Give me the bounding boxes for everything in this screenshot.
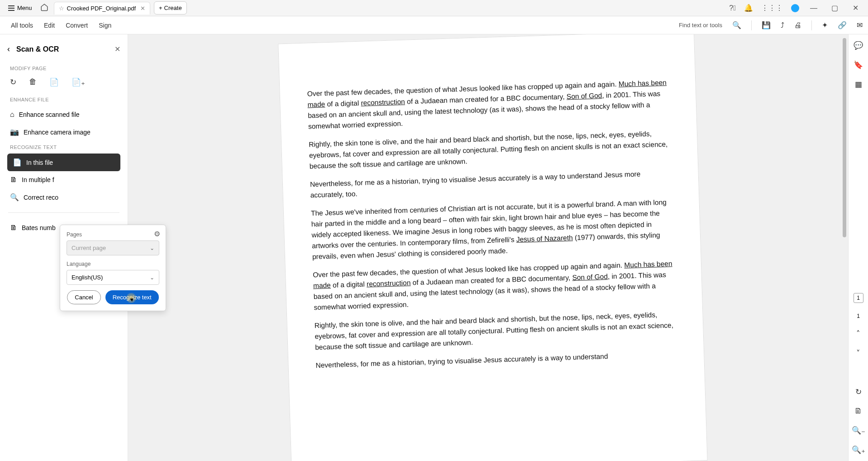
- chat-icon[interactable]: 💬: [854, 41, 863, 50]
- back-icon[interactable]: ‹: [7, 44, 10, 54]
- paragraph: Rightly, the skin tone is olive, and the…: [308, 128, 670, 172]
- window-close-button[interactable]: ✕: [849, 4, 862, 12]
- pages-label: Pages: [67, 231, 159, 238]
- document-area[interactable]: Over the past few decades, the question …: [128, 34, 848, 461]
- star-icon[interactable]: ☆: [59, 5, 64, 12]
- hamburger-icon: [8, 5, 14, 11]
- paragraph: The Jesus we've inherited from centuries…: [310, 197, 673, 262]
- pages-value: Current page: [72, 245, 106, 251]
- convert-tab[interactable]: Convert: [60, 17, 93, 34]
- create-label: Create: [164, 5, 182, 11]
- document-tab[interactable]: ☆ Crooked PDF_Original.pdf ✕: [54, 2, 150, 14]
- popover-buttons: Cancel Recognize text: [67, 290, 159, 304]
- titlebar: Menu ☆ Crooked PDF_Original.pdf ✕ + Crea…: [0, 0, 868, 16]
- modify-icons: ↻ 🗑 📄 📄₊: [0, 75, 128, 93]
- language-value: English(US): [72, 274, 103, 281]
- page-display-icon[interactable]: 🗎: [854, 407, 862, 416]
- menu-label: Menu: [17, 5, 32, 11]
- main: ‹ Scan & OCR ✕ MODIFY PAGE ↻ 🗑 📄 📄₊ ENHA…: [0, 34, 868, 461]
- page-indicator[interactable]: 1: [854, 293, 863, 303]
- correct-recognized-button[interactable]: 🔍 Correct reco: [0, 188, 128, 206]
- correct-reco-label: Correct reco: [24, 194, 58, 201]
- camera-icon: 📷: [10, 128, 19, 136]
- page-total: 1: [857, 313, 860, 319]
- enhance-scanned-label: Enhance scanned file: [19, 111, 80, 118]
- tab-title: Crooked PDF_Original.pdf: [67, 5, 136, 12]
- print-icon[interactable]: 🖨: [794, 21, 801, 29]
- maximize-button[interactable]: ▢: [828, 4, 841, 12]
- files-icon: 🗎: [10, 176, 17, 184]
- recognize-text-button[interactable]: Recognize text: [105, 290, 159, 304]
- upload-icon[interactable]: ⤴: [781, 21, 784, 29]
- down-icon[interactable]: ˅: [856, 349, 860, 358]
- zoom-in-icon[interactable]: 🔍₊: [852, 445, 865, 455]
- in-multiple-files-button[interactable]: 🗎 In multiple f: [0, 171, 128, 188]
- create-button[interactable]: + Create: [154, 1, 187, 14]
- enhance-scanned-button[interactable]: ⌂ Enhance scanned file: [0, 106, 128, 123]
- panels-icon[interactable]: ▦: [855, 80, 862, 89]
- email-icon[interactable]: ✉: [857, 21, 863, 29]
- paragraph: Nevertheless, for me as a historian, try…: [310, 168, 671, 201]
- notification-icon[interactable]: 🔔: [744, 4, 753, 12]
- minimize-button[interactable]: —: [807, 4, 820, 12]
- language-select[interactable]: English(US) ⌄: [67, 270, 159, 285]
- divider: [811, 20, 812, 30]
- apps-icon[interactable]: ⋮⋮⋮: [761, 4, 783, 12]
- link-icon[interactable]: 🔗: [838, 21, 847, 29]
- save-icon[interactable]: 💾: [762, 21, 771, 29]
- left-panel: ‹ Scan & OCR ✕ MODIFY PAGE ↻ 🗑 📄 📄₊ ENHA…: [0, 34, 128, 461]
- rotate-view-icon[interactable]: ↻: [855, 387, 862, 397]
- recognize-text-popover: ⚙ Pages Current page ⌄ Language English(…: [60, 225, 166, 311]
- divider: [8, 212, 119, 213]
- scan-icon: ⌂: [10, 110, 14, 119]
- section-recognize-label: RECOGNIZE TEXT: [0, 141, 128, 154]
- find-label: Find text or tools: [679, 22, 722, 29]
- paragraph: Over the past few decades, the question …: [312, 258, 675, 313]
- paragraph: Over the past few decades, the question …: [307, 77, 669, 132]
- divider: [751, 20, 752, 30]
- titlebar-right: ?⃝ 🔔 ⋮⋮⋮ — ▢ ✕: [729, 4, 864, 12]
- toolbar-right: Find text or tools 🔍 💾 ⤴ 🖨 ✦ 🔗 ✉: [679, 20, 863, 30]
- bookmark-icon[interactable]: 🔖: [854, 60, 863, 70]
- enhance-camera-button[interactable]: 📷 Enhance camera image: [0, 123, 128, 141]
- panel-header: ‹ Scan & OCR ✕: [0, 40, 128, 62]
- gear-icon[interactable]: ⚙: [154, 230, 160, 238]
- search-icon[interactable]: 🔍: [732, 21, 741, 29]
- rotate-icon[interactable]: ↻: [10, 77, 16, 87]
- home-button[interactable]: [37, 0, 52, 16]
- section-modify-label: MODIFY PAGE: [0, 62, 128, 75]
- in-this-file-label: In this file: [26, 159, 53, 166]
- bates-icon: 🗎: [10, 224, 17, 232]
- panel-title: Scan & OCR: [16, 45, 59, 53]
- paragraph: Rightly, the skin tone is olive, and the…: [314, 309, 676, 353]
- magnify-icon: 🔍: [10, 193, 19, 202]
- plus-icon: +: [159, 5, 162, 11]
- insert-page-icon[interactable]: 📄: [49, 77, 59, 87]
- cancel-button[interactable]: Cancel: [67, 290, 100, 304]
- close-tab-icon[interactable]: ✕: [140, 5, 145, 12]
- avatar[interactable]: [791, 4, 799, 12]
- sign-tab[interactable]: Sign: [93, 17, 117, 34]
- in-this-file-button[interactable]: 📄 In this file: [7, 154, 120, 171]
- all-tools-tab[interactable]: All tools: [5, 17, 38, 34]
- file-icon: 📄: [13, 158, 22, 167]
- chevron-down-icon: ⌄: [150, 245, 154, 251]
- home-icon: [40, 3, 48, 11]
- extract-page-icon[interactable]: 📄₊: [72, 77, 85, 87]
- help-icon[interactable]: ?⃝: [729, 4, 736, 12]
- menu-button[interactable]: Menu: [4, 2, 37, 14]
- delete-icon[interactable]: 🗑: [29, 77, 37, 87]
- enhance-camera-label: Enhance camera image: [24, 129, 91, 136]
- up-icon[interactable]: ˄: [856, 329, 860, 339]
- bates-label: Bates numb: [22, 224, 56, 231]
- edit-tab[interactable]: Edit: [38, 17, 60, 34]
- chevron-down-icon: ⌄: [150, 274, 154, 281]
- section-enhance-label: ENHANCE FILE: [0, 93, 128, 106]
- close-panel-icon[interactable]: ✕: [114, 45, 120, 53]
- scrollbar-thumb[interactable]: [843, 38, 846, 237]
- pages-select[interactable]: Current page ⌄: [67, 240, 159, 255]
- pdf-page: Over the past few decades, the question …: [278, 34, 707, 461]
- right-rail: 💬 🔖 ▦ 1 1 ˄ ˅ ↻ 🗎 🔍₋ 🔍₊: [848, 34, 868, 461]
- ai-assistant-icon[interactable]: ✦: [822, 21, 828, 29]
- zoom-out-icon[interactable]: 🔍₋: [852, 426, 865, 435]
